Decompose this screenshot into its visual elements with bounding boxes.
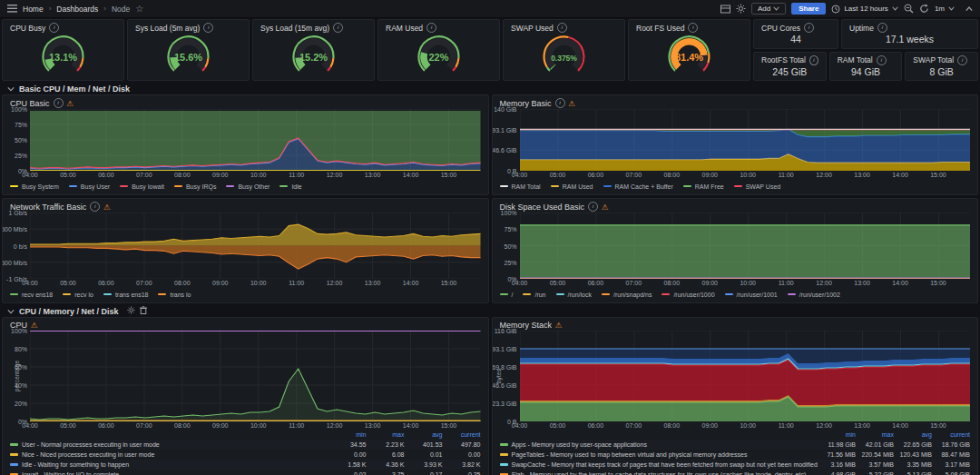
- series-value: 4.36 K: [367, 460, 405, 470]
- add-button[interactable]: Add: [751, 3, 786, 15]
- series-value: 18.76 GiB: [932, 440, 970, 450]
- series-label[interactable]: User - Normal processes executing in use…: [10, 440, 328, 450]
- x-tick-label: 12:00: [327, 422, 343, 429]
- disk-chart[interactable]: [520, 213, 971, 279]
- cpu-basic-chart[interactable]: [30, 109, 481, 171]
- warning-icon[interactable]: ⚠: [67, 100, 74, 107]
- warning-icon[interactable]: ⚠: [31, 322, 38, 329]
- time-range-picker[interactable]: Last 12 hours: [831, 5, 897, 14]
- series-label[interactable]: Slab - Memory used by the kernel to cach…: [500, 470, 818, 475]
- ram-used-gauge[interactable]: 22%: [378, 34, 499, 78]
- legend-item[interactable]: recv ens18: [10, 292, 53, 298]
- info-icon[interactable]: i: [555, 98, 565, 108]
- network-chart[interactable]: [30, 213, 481, 279]
- row-delete-trash-icon[interactable]: [140, 306, 147, 316]
- legend-item[interactable]: trans lo: [158, 292, 191, 298]
- series-label[interactable]: PageTables - Memory used to map between …: [500, 450, 818, 460]
- y-tick-label: 75%: [504, 226, 516, 233]
- legend-item[interactable]: /run/user/1002: [788, 292, 840, 298]
- memory-basic-chart[interactable]: [520, 109, 971, 171]
- row-header-basic[interactable]: Basic CPU / Mem / Net / Disk: [2, 84, 978, 94]
- series-label[interactable]: Apps - Memory used by user-space applica…: [500, 440, 818, 450]
- legend-item[interactable]: Busy Other: [226, 183, 270, 190]
- legend-item[interactable]: trans ens18: [103, 292, 149, 298]
- legend-sort-max[interactable]: max: [856, 430, 894, 440]
- sys-load-5m-gauge[interactable]: 15.6%: [128, 34, 249, 78]
- info-icon[interactable]: i: [333, 23, 343, 33]
- legend-item[interactable]: /run/lock: [556, 292, 592, 298]
- legend-sort-max[interactable]: max: [367, 430, 405, 440]
- info-icon[interactable]: i: [54, 98, 64, 108]
- gauge-row: CPU Busyi 13.1% Sys Load (5m avg)i 15.6%…: [2, 19, 978, 81]
- warning-icon[interactable]: ⚠: [569, 100, 576, 107]
- settings-gear-icon[interactable]: [736, 4, 746, 14]
- legend-item[interactable]: RAM Free: [683, 183, 724, 190]
- legend-sort-current[interactable]: current: [932, 430, 970, 440]
- share-button[interactable]: Share: [791, 3, 826, 15]
- refresh-interval-select[interactable]: 1m: [935, 5, 955, 13]
- x-axis: 04:0005:0006:0007:0008:0009:0010:0011:00…: [520, 421, 971, 430]
- swap-used-gauge[interactable]: 0.375%: [504, 34, 624, 78]
- y-tick-label: 93.1 GiB: [492, 345, 516, 351]
- cpu-chart[interactable]: [30, 331, 481, 421]
- panel-uptime: Uptimei 17.1 weeks: [841, 19, 978, 49]
- add-panel-icon[interactable]: [720, 5, 730, 14]
- legend-item[interactable]: /run/user/1000: [662, 292, 714, 298]
- legend-item[interactable]: /run/snapd/ns: [602, 292, 652, 298]
- legend-item[interactable]: /run: [523, 292, 545, 298]
- legend-item[interactable]: RAM Cache + Buffer: [603, 183, 673, 190]
- memory-stack-chart[interactable]: [520, 331, 971, 421]
- info-icon[interactable]: i: [557, 23, 567, 33]
- legend-item[interactable]: recv lo: [63, 292, 93, 298]
- legend-sort-avg[interactable]: avg: [405, 430, 443, 440]
- info-icon[interactable]: i: [203, 23, 213, 33]
- info-icon[interactable]: i: [688, 23, 698, 33]
- legend-sort-avg[interactable]: avg: [894, 430, 932, 440]
- legend-sort-current[interactable]: current: [443, 430, 481, 440]
- info-icon[interactable]: i: [588, 202, 598, 212]
- legend-item[interactable]: Busy Iowait: [120, 183, 164, 190]
- collapse-toolbar-icon[interactable]: [965, 6, 973, 12]
- legend-table-row: User - Normal processes executing in use…: [10, 440, 481, 450]
- x-tick-label: 13:00: [365, 280, 381, 286]
- panel-cpu-cores: CPU Coresi 44: [753, 19, 838, 49]
- x-tick-label: 05:00: [550, 172, 566, 178]
- series-label[interactable]: Iowait - Waiting for I/O to complete: [10, 470, 328, 475]
- legend-item[interactable]: Busy User: [69, 183, 110, 190]
- warning-icon[interactable]: ⚠: [602, 203, 609, 211]
- row-settings-gear-icon[interactable]: [127, 306, 135, 316]
- legend-item[interactable]: Idle: [279, 183, 301, 190]
- legend-item[interactable]: SWAP Used: [734, 183, 781, 190]
- warning-icon[interactable]: ⚠: [555, 322, 563, 329]
- panel-title: RAM Used: [386, 24, 423, 33]
- series-label[interactable]: Idle - Waiting for something to happen: [10, 460, 328, 470]
- x-tick-label: 14:00: [892, 422, 908, 429]
- root-fs-used-gauge[interactable]: 81.4%: [629, 34, 750, 78]
- sys-load-15m-gauge[interactable]: 15.2%: [253, 34, 374, 78]
- legend-item[interactable]: /: [500, 292, 514, 298]
- breadcrumb-home[interactable]: Home: [23, 5, 44, 14]
- series-label[interactable]: SwapCache - Memory that keeps track of p…: [500, 460, 818, 470]
- legend-item[interactable]: Busy System: [10, 183, 59, 190]
- legend-sort-min[interactable]: min: [818, 430, 856, 440]
- legend-item[interactable]: Busy IRQs: [174, 183, 216, 190]
- warning-icon[interactable]: ⚠: [103, 203, 111, 211]
- cpu-busy-gauge[interactable]: 13.1%: [3, 34, 123, 78]
- info-icon[interactable]: i: [426, 23, 436, 33]
- legend-item[interactable]: RAM Used: [551, 183, 593, 190]
- legend-sort-min[interactable]: min: [328, 430, 367, 440]
- breadcrumb-dashboards[interactable]: Dashboards: [56, 5, 98, 14]
- legend-item[interactable]: RAM Total: [500, 183, 541, 190]
- favorite-star-icon[interactable]: ☆: [135, 4, 143, 14]
- series-label[interactable]: Nice - Niced processes executing in user…: [10, 450, 328, 460]
- x-tick-label: 06:00: [98, 280, 114, 286]
- menu-icon[interactable]: [7, 5, 17, 13]
- panel-row-1: CPU Basici⚠ 100%75%50%25%0% 04:0005:0006…: [2, 94, 978, 195]
- legend-item[interactable]: /run/user/1001: [725, 292, 778, 298]
- row-header-cpu-memory[interactable]: CPU / Memory / Net / Disk: [2, 306, 978, 316]
- info-icon[interactable]: i: [90, 202, 100, 212]
- panel-title: Sys Load (5m avg): [135, 24, 200, 33]
- refresh-icon[interactable]: [919, 4, 929, 14]
- info-icon[interactable]: i: [49, 23, 59, 33]
- zoom-out-icon[interactable]: [904, 4, 914, 14]
